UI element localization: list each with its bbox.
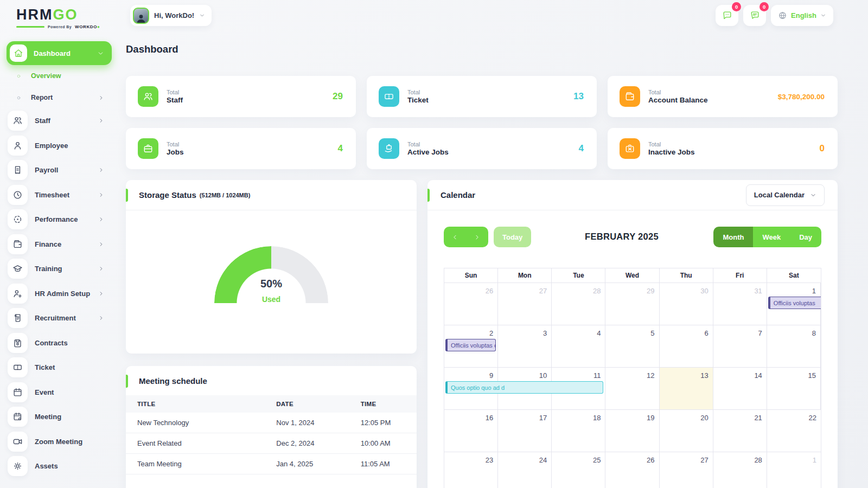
notifications-badge: 0 [760, 2, 769, 11]
storage-percent: 50% [214, 278, 328, 290]
sidebar-item-ticket[interactable]: Ticket [7, 355, 112, 380]
sidebar-item-meeting[interactable]: Meeting [7, 404, 112, 429]
calendar-event[interactable]: Quos optio quo ad d [445, 381, 603, 394]
sidebar-item-performance[interactable]: Performance [7, 207, 112, 232]
calendar-day[interactable]: 1 [767, 452, 821, 488]
messages-button[interactable]: 0 [716, 5, 738, 26]
ticket-icon [379, 86, 399, 107]
wallet-icon [8, 234, 28, 254]
sidebar-item-event[interactable]: Event [7, 380, 112, 405]
calendar-source-dropdown[interactable]: Local Calendar [746, 184, 825, 206]
calendar-day[interactable]: 5 [605, 325, 659, 367]
sidebar-item-hr-admin-setup[interactable]: HR Admin Setup [7, 281, 112, 306]
stat-value: $3,780,200.00 [778, 93, 825, 101]
sidebar-item-contracts[interactable]: Contracts [7, 331, 112, 356]
day-header-tue: Tue [552, 268, 605, 282]
sidebar-nav: DashboardOverviewReportStaffEmployeePayr… [0, 29, 117, 479]
calendar-event[interactable]: Officiis voluptas c [445, 339, 496, 351]
chevron-down-icon [810, 192, 816, 198]
view-week-button[interactable]: Week [753, 227, 790, 247]
gear-icon [8, 456, 28, 476]
dot-icon [16, 74, 21, 79]
language-selector[interactable]: English [771, 5, 833, 26]
notifications-button[interactable]: 0 [743, 5, 766, 26]
storage-used-label: Used [214, 295, 328, 304]
calendar-day[interactable]: 14 [713, 368, 767, 409]
sidebar-item-report[interactable]: Report [7, 87, 112, 108]
chevron-right-icon [98, 216, 104, 222]
sidebar-item-staff[interactable]: Staff [7, 108, 112, 133]
table-row: New TechnologyNov 1, 202412:05 PM [126, 413, 417, 433]
dot-icon [16, 95, 21, 100]
calendar-day[interactable]: 20 [660, 410, 713, 452]
main-content: Dashboard TotalStaff29TotalTicket13Total… [126, 31, 838, 488]
user-menu[interactable]: Hi, WorkDo! [130, 5, 212, 26]
meeting-schedule-card: Meeting schedule TITLEDATETIME New Techn… [126, 366, 417, 488]
storage-gauge: 50% Used [214, 246, 328, 328]
logo-text: HRMGO [16, 8, 117, 22]
calendar-day[interactable]: 24 [498, 452, 552, 488]
day-header-wed: Wed [605, 268, 659, 282]
scroll-icon [8, 308, 28, 328]
stat-value: 4 [338, 143, 343, 154]
calendar-day[interactable]: 30 [660, 283, 713, 325]
chevron-right-icon [98, 315, 104, 321]
calendar-day[interactable]: 31 [713, 283, 767, 325]
calendar-day[interactable]: 25 [552, 452, 605, 488]
sidebar-item-dashboard[interactable]: Dashboard [7, 41, 112, 65]
sidebar-item-payroll[interactable]: Payroll [7, 158, 112, 183]
storage-capacity: (512MB / 1024MB) [200, 192, 251, 198]
calendar-day[interactable]: 16 [444, 410, 498, 452]
sidebar-item-timesheet[interactable]: Timesheet [7, 183, 112, 208]
wallet-icon [620, 86, 640, 107]
calendar-day[interactable]: 6 [660, 325, 713, 367]
calendar-day[interactable]: 27 [498, 283, 552, 325]
chevron-right-icon [98, 95, 104, 101]
sidebar-item-overview[interactable]: Overview [7, 65, 112, 87]
calendar-day[interactable]: 19 [605, 410, 659, 452]
calendar-day[interactable]: 22 [767, 410, 821, 452]
powered-by-label: Powered By [48, 25, 72, 29]
sidebar-item-assets[interactable]: Assets [7, 454, 112, 479]
calendar-day[interactable]: 18 [552, 410, 605, 452]
calendar-day[interactable]: 8 [767, 325, 821, 367]
calendar-day[interactable]: 23 [444, 452, 498, 488]
logo-underline [16, 26, 44, 28]
chat-lines-icon [750, 10, 760, 21]
calendar-day[interactable]: 3 [498, 325, 552, 367]
column-header-title: TITLE [126, 395, 265, 413]
user-greeting: Hi, WorkDo! [154, 11, 194, 20]
calendar-day[interactable]: 21 [713, 410, 767, 452]
calendar-day[interactable]: 17 [498, 410, 552, 452]
column-header-date: DATE [265, 395, 349, 413]
user-avatar [133, 8, 149, 24]
calendar-day[interactable]: 27 [660, 452, 713, 488]
calendar-day[interactable]: 15 [767, 368, 821, 409]
view-day-button[interactable]: Day [790, 227, 821, 247]
sidebar-item-recruitment[interactable]: Recruitment [7, 306, 112, 331]
calendar-day[interactable]: 29 [605, 283, 659, 325]
day-header-sun: Sun [444, 268, 498, 282]
calendar-day[interactable]: 12 [605, 368, 659, 409]
app-logo[interactable]: HRMGO Powered By WORKDO● [0, 0, 117, 29]
calendar-source-label: Local Calendar [754, 191, 805, 199]
sidebar-item-zoom-meeting[interactable]: Zoom Meeting [7, 429, 112, 454]
briefcase-hand-icon [379, 138, 399, 159]
calendar-day[interactable]: 26 [605, 452, 659, 488]
calendar-day[interactable]: 4 [552, 325, 605, 367]
target-icon [8, 209, 28, 229]
calendar-event[interactable]: Officiis voluptas [768, 297, 821, 309]
calendar-week-row: 16171819202122 [444, 409, 821, 452]
sidebar-item-training[interactable]: Training [7, 256, 112, 281]
calendar-day[interactable]: 26 [444, 283, 498, 325]
chevron-right-icon [98, 118, 104, 124]
calendar-day[interactable]: 28 [552, 283, 605, 325]
view-month-button[interactable]: Month [713, 227, 753, 247]
sidebar-item-finance[interactable]: Finance [7, 232, 112, 257]
calendar-day[interactable]: 28 [713, 452, 767, 488]
sidebar-item-employee[interactable]: Employee [7, 133, 112, 158]
briefcase-x-icon [620, 138, 640, 159]
calendar-grid: SunMonTueWedThuFriSat 2627282930311Offic… [444, 268, 821, 488]
calendar-day-today[interactable]: 13 [660, 368, 713, 409]
calendar-day[interactable]: 7 [713, 325, 767, 367]
